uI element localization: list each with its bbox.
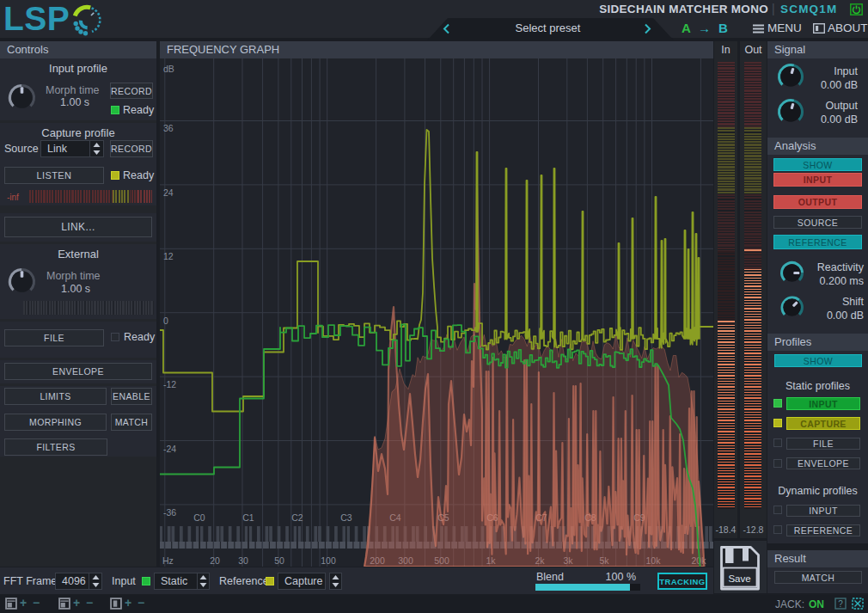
svg-text:C2: C2 <box>291 512 303 523</box>
svg-text:0: 0 <box>163 316 168 326</box>
svg-text:C3: C3 <box>340 512 352 523</box>
svg-text:30: 30 <box>238 555 248 566</box>
svg-text:50: 50 <box>274 555 284 566</box>
svg-text:Hz: Hz <box>162 555 174 566</box>
svg-text:C0: C0 <box>193 512 205 523</box>
svg-text:C1: C1 <box>242 512 254 523</box>
svg-text:?: ? <box>838 599 843 609</box>
svg-text:Save: Save <box>728 573 750 584</box>
svg-text:dB: dB <box>163 64 174 74</box>
svg-text:-24: -24 <box>163 444 176 454</box>
svg-text:100: 100 <box>321 555 336 566</box>
svg-text:36: 36 <box>163 123 174 133</box>
svg-text:20: 20 <box>210 555 220 566</box>
svg-text:-12: -12 <box>163 379 176 389</box>
svg-text:24: 24 <box>163 187 174 198</box>
svg-text:-36: -36 <box>163 507 176 518</box>
svg-text:12: 12 <box>163 251 174 261</box>
